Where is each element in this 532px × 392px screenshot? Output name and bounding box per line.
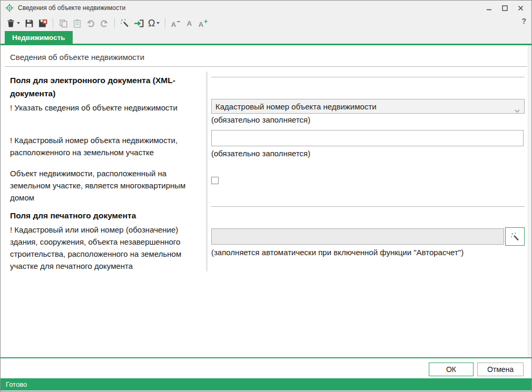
font-reset-button[interactable]: A — [183, 16, 195, 30]
form-content: Сведения об объекте недвижимости Поля дл… — [1, 45, 531, 357]
section-title-printed: Поля для печатного документа — [10, 209, 201, 222]
titlebar: Сведения об объекте недвижимости — [1, 1, 531, 15]
font-icon: A — [187, 20, 192, 27]
close-button[interactable] — [513, 2, 528, 14]
omega-button[interactable]: Ω — [146, 16, 161, 30]
excel-export-button[interactable] — [36, 16, 49, 30]
magic-wand-icon — [120, 18, 130, 28]
maximize-button[interactable] — [497, 2, 513, 14]
font-increase-button[interactable]: A+ — [196, 16, 209, 30]
field-label-cadastral-or-other: ! Кадастровый или иной номер (обозначени… — [10, 224, 201, 272]
scrollbar-track[interactable] — [528, 45, 531, 357]
import-icon — [134, 19, 144, 28]
redo-button[interactable] — [98, 16, 111, 30]
trash-icon — [6, 18, 15, 28]
object-info-select[interactable]: Кадастровый номер объекта недвижимости — [211, 99, 525, 114]
delete-button[interactable] — [5, 16, 22, 30]
column-divider — [206, 72, 208, 272]
field-label-cadastral-number: ! Кадастровый номер объекта недвижимости… — [10, 134, 201, 158]
paste-icon — [73, 19, 82, 28]
tabstrip: Недвижимость — [1, 31, 531, 45]
footer: ОК Отмена — [1, 358, 531, 378]
minimize-button[interactable] — [481, 2, 497, 14]
title-divider — [5, 66, 527, 67]
omega-icon: Ω — [148, 18, 155, 28]
toolbar: Ω A− A A+ ? — [1, 15, 531, 31]
section-title-electronic: Поля для электронного документа (XML-док… — [10, 74, 201, 100]
minimize-icon — [486, 5, 492, 11]
tab-nedvizhimost[interactable]: Недвижимость — [5, 31, 73, 44]
copy-button[interactable] — [57, 16, 70, 30]
close-icon — [518, 5, 524, 11]
help-button[interactable]: ? — [521, 17, 526, 25]
helper-text-autocalc: (заполняется автоматически при включенно… — [211, 248, 464, 257]
excel-export-icon — [38, 19, 47, 28]
delete-dropdown-caret — [17, 22, 20, 24]
magic-wand-icon — [510, 232, 520, 242]
paste-button[interactable] — [71, 16, 83, 30]
cadastral-number-input[interactable] — [211, 130, 524, 146]
app-target-icon — [5, 4, 14, 12]
autocalc-number-input[interactable] — [211, 228, 504, 245]
cancel-button[interactable]: Отмена — [477, 363, 524, 376]
font-increase-icon: A+ — [199, 18, 208, 28]
row-divider — [211, 206, 525, 207]
window-title: Сведения об объекте недвижимости — [18, 4, 125, 12]
page-title: Сведения об объекте недвижимости — [10, 53, 144, 62]
magic-wand-button[interactable] — [119, 16, 131, 30]
row-divider — [211, 77, 525, 77]
import-button[interactable] — [132, 16, 145, 30]
toolbar-separator — [53, 18, 53, 28]
helper-text-cadastral-number: (обязательно заполняется) — [211, 149, 310, 158]
redo-icon — [100, 19, 109, 28]
object-info-select-value: Кадастровый номер объекта недвижимости — [215, 102, 377, 111]
field-label-object-info: ! Указать сведения об объекте недвижимос… — [10, 102, 201, 114]
omega-dropdown-caret — [156, 22, 160, 24]
save-button[interactable] — [23, 16, 35, 30]
undo-button[interactable] — [84, 16, 97, 30]
font-decrease-button[interactable]: A− — [169, 16, 182, 30]
copy-icon — [59, 19, 68, 28]
autocalc-wand-button[interactable] — [505, 227, 525, 246]
helper-text-object-info: (обязательно заполняется) — [211, 115, 310, 124]
window-controls — [481, 1, 528, 15]
font-decrease-icon: A− — [171, 18, 180, 28]
maximize-icon — [502, 5, 508, 11]
field-label-apartment-building: Объект недвижимости, расположенный на зе… — [10, 167, 201, 204]
undo-icon — [86, 19, 95, 28]
toolbar-separator — [114, 18, 115, 28]
ok-button[interactable]: ОК — [429, 363, 474, 376]
apartment-building-checkbox[interactable] — [211, 177, 219, 184]
chevron-down-icon — [515, 105, 520, 115]
dialog-window: Сведения об объекте недвижимости — [0, 0, 532, 392]
status-text: Готово — [6, 380, 27, 388]
save-icon — [25, 19, 34, 28]
toolbar-separator — [165, 18, 165, 28]
statusbar: Готово — [1, 378, 531, 390]
